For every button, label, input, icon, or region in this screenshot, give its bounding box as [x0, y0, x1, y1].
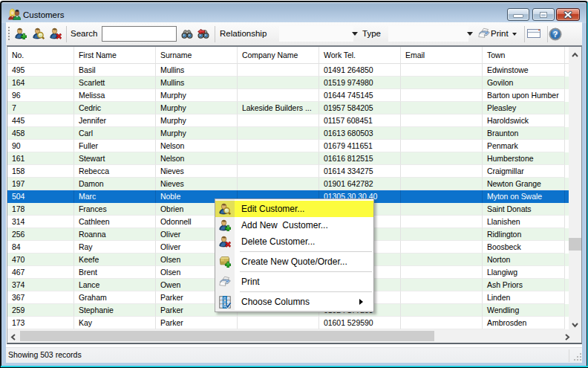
- svg-text:?: ?: [553, 30, 558, 39]
